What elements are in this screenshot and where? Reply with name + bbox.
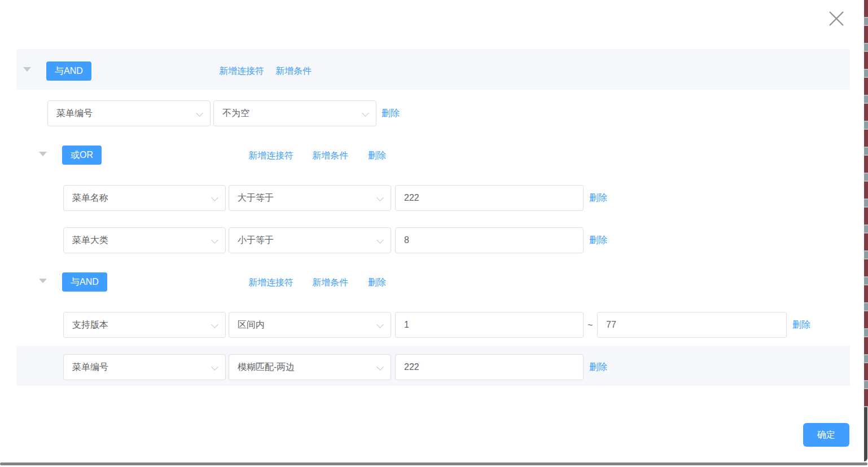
window-right-border (864, 407, 867, 461)
field-select-value: 菜单编号 (72, 362, 206, 373)
delete-condition-link[interactable]: 删除 (382, 108, 400, 119)
connector-badge-root[interactable]: 与AND (46, 61, 91, 81)
add-connector-link[interactable]: 新增连接符 (248, 277, 293, 288)
operator-select[interactable]: 模糊匹配-两边 (229, 354, 391, 380)
field-select-value: 菜单名称 (72, 192, 206, 204)
operator-select-value: 大于等于 (238, 192, 371, 204)
collapse-caret-icon[interactable] (23, 67, 31, 72)
operator-select[interactable]: 小于等于 (229, 227, 391, 253)
operator-select[interactable]: 区间内 (229, 312, 391, 338)
connector-badge-or[interactable]: 或OR (62, 146, 102, 165)
confirm-button[interactable]: 确定 (803, 423, 849, 447)
delete-condition-link[interactable]: 删除 (792, 319, 810, 331)
collapse-caret-icon[interactable] (39, 152, 47, 156)
field-select[interactable]: 菜单名称 (63, 185, 226, 211)
delete-group-link[interactable]: 删除 (368, 277, 386, 288)
chevron-down-icon (211, 194, 218, 201)
delete-condition-link[interactable]: 删除 (589, 362, 607, 373)
field-select[interactable]: 菜单大类 (63, 227, 226, 253)
chevron-down-icon (196, 109, 203, 117)
condition-builder-dialog: 与AND 新增连接符 新增条件 菜单编号 不为空 删除 或OR 新增连接符 新增… (0, 0, 868, 467)
operator-select-value: 区间内 (238, 319, 371, 331)
connector-badge-and[interactable]: 与AND (62, 272, 107, 292)
operator-select-value: 模糊匹配-两边 (238, 362, 371, 373)
window-bottom-border (0, 462, 867, 465)
chevron-down-icon (376, 236, 384, 244)
operator-select[interactable]: 大于等于 (229, 185, 391, 211)
chevron-down-icon (376, 194, 384, 201)
value-input[interactable] (395, 185, 584, 211)
field-select[interactable]: 支持版本 (63, 312, 226, 338)
close-button[interactable] (825, 8, 848, 30)
chevron-down-icon (376, 363, 384, 371)
delete-condition-link[interactable]: 删除 (589, 235, 607, 246)
chevron-down-icon (211, 236, 218, 244)
add-condition-link[interactable]: 新增条件 (312, 277, 348, 288)
delete-condition-link[interactable]: 删除 (589, 192, 607, 204)
chevron-down-icon (376, 321, 384, 328)
value-input[interactable] (395, 354, 584, 380)
add-connector-link[interactable]: 新增连接符 (248, 150, 293, 161)
value-input[interactable] (395, 227, 584, 253)
chevron-down-icon (211, 321, 218, 328)
group-band-root (16, 49, 850, 90)
operator-select[interactable]: 不为空 (213, 100, 376, 126)
background-page-sliver (864, 0, 868, 407)
field-select-value: 支持版本 (72, 319, 206, 331)
add-condition-link[interactable]: 新增条件 (312, 150, 348, 161)
field-select[interactable]: 菜单编号 (47, 100, 211, 126)
field-select[interactable]: 菜单编号 (63, 354, 226, 380)
close-icon (827, 10, 845, 29)
delete-group-link[interactable]: 删除 (368, 150, 386, 161)
range-end-input[interactable] (597, 312, 787, 338)
operator-select-value: 小于等于 (238, 235, 371, 246)
field-select-value: 菜单编号 (56, 108, 191, 120)
field-select-value: 菜单大类 (72, 235, 206, 246)
chevron-down-icon (362, 109, 369, 117)
add-connector-link[interactable]: 新增连接符 (219, 65, 264, 77)
collapse-caret-icon[interactable] (39, 279, 47, 283)
operator-select-value: 不为空 (222, 108, 357, 120)
add-condition-link[interactable]: 新增条件 (275, 65, 312, 77)
range-separator: ~ (588, 320, 593, 331)
chevron-down-icon (211, 363, 218, 371)
range-start-input[interactable] (395, 312, 584, 338)
